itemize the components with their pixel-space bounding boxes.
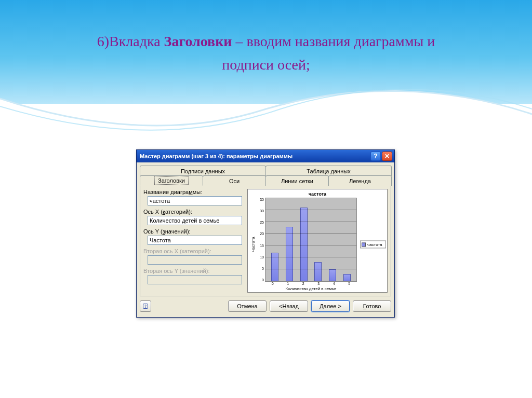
input-chart-title[interactable] bbox=[148, 196, 242, 205]
titlebar-text: Мастер диаграмм (шаг 3 из 4): параметры … bbox=[140, 153, 369, 159]
slide-line2: подписи осей; bbox=[222, 57, 310, 73]
input-x2-axis bbox=[148, 255, 242, 265]
slide-line1-prefix: 6)Вкладка bbox=[97, 33, 164, 49]
svg-text:?: ? bbox=[144, 304, 147, 309]
chart-bar bbox=[314, 262, 322, 281]
label-y2-axis: Вторая ось Y (значений): bbox=[143, 268, 243, 274]
input-y-axis[interactable] bbox=[148, 236, 242, 245]
chart-title: частота bbox=[250, 191, 385, 197]
tab-gridlines[interactable]: Линии сетки bbox=[265, 175, 329, 186]
titlebar-help-button[interactable]: ? bbox=[370, 152, 381, 161]
finish-button[interactable]: Готово bbox=[353, 300, 391, 312]
back-button[interactable]: < Назад bbox=[270, 300, 308, 312]
chart-xticks: 012345 bbox=[257, 282, 357, 285]
chart-plot-area bbox=[265, 198, 357, 282]
slide-wave bbox=[0, 78, 532, 140]
help-icon: ? bbox=[142, 303, 149, 309]
input-x-axis[interactable] bbox=[148, 216, 242, 225]
chart-yticks: 35302520151050 bbox=[257, 198, 265, 282]
chart-wizard-dialog: Мастер диаграмм (шаг 3 из 4): параметры … bbox=[136, 149, 395, 318]
tab-data-table[interactable]: Таблица данных bbox=[265, 166, 392, 176]
tab-row-secondary: Подписи данных Таблица данных bbox=[140, 166, 391, 176]
slide-heading: 6)Вкладка Заголовки – вводим названия ди… bbox=[0, 30, 532, 77]
cancel-button[interactable]: Отмена bbox=[228, 300, 267, 312]
chart-legend: частота bbox=[360, 241, 386, 249]
slide-line1-bold: Заголовки bbox=[164, 33, 232, 49]
chart-ylabel: Частота bbox=[250, 198, 257, 291]
context-help-button[interactable]: ? bbox=[140, 300, 151, 312]
chart-xlabel: Количество детей в семье bbox=[257, 286, 357, 291]
chart-bar bbox=[343, 274, 351, 281]
label-x2-axis: Вторая ось X (категорий): bbox=[143, 248, 243, 254]
slide-line1-suffix: – вводим названия диаграммы и bbox=[232, 33, 435, 49]
tab-axes[interactable]: Оси bbox=[203, 175, 266, 186]
titlebar-close-button[interactable]: ✕ bbox=[382, 152, 392, 161]
chart-bar bbox=[300, 208, 308, 281]
label-y-axis: Ось Y (значений): bbox=[143, 228, 243, 235]
titlebar[interactable]: Мастер диаграмм (шаг 3 из 4): параметры … bbox=[137, 150, 394, 162]
next-button[interactable]: Далее > bbox=[311, 300, 350, 312]
chart-bar bbox=[286, 227, 293, 281]
tab-legend[interactable]: Легенда bbox=[328, 175, 392, 186]
label-x-axis: Ось X (категорий): bbox=[143, 209, 243, 215]
legend-label: частота bbox=[367, 242, 382, 247]
tab-page-titles: Название диаграммы: Ось X (категорий): О… bbox=[140, 185, 391, 296]
chart-preview: частота Частота 35302520151050 012345 bbox=[247, 189, 388, 293]
chart-bar bbox=[329, 269, 336, 281]
tab-row-primary: Заголовки Оси Линии сетки Легенда bbox=[140, 175, 391, 186]
label-chart-title: Название диаграммы: bbox=[143, 189, 243, 195]
title-inputs-column: Название диаграммы: Ось X (категорий): О… bbox=[143, 189, 243, 293]
dialog-button-row: ? Отмена < Назад Далее > Готово bbox=[137, 296, 394, 317]
legend-swatch-icon bbox=[362, 242, 366, 246]
input-y2-axis bbox=[148, 275, 242, 284]
tab-titles[interactable]: Заголовки bbox=[140, 175, 203, 186]
tab-data-labels[interactable]: Подписи данных bbox=[140, 166, 266, 176]
